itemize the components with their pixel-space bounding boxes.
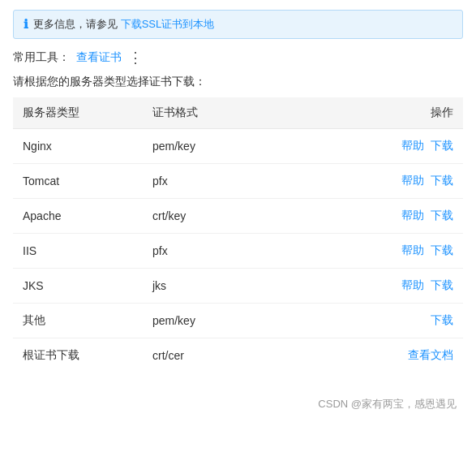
table-row: Apachecrt/key帮助下载 <box>13 199 463 234</box>
cell-cert-format: crt/key <box>143 199 289 234</box>
cell-cert-format: jks <box>143 269 289 304</box>
cell-action: 下载 <box>289 304 463 338</box>
table-header-row: 服务器类型 证书格式 操作 <box>13 97 463 129</box>
table-row: JKSjks帮助下载 <box>13 269 463 304</box>
cell-action: 帮助下载 <box>289 234 463 269</box>
header-cert-format: 证书格式 <box>143 97 289 129</box>
cell-action: 查看文档 <box>289 338 463 373</box>
help-link[interactable]: 帮助 <box>401 139 424 153</box>
download-link[interactable]: 下载 <box>431 313 453 328</box>
cell-action: 帮助下载 <box>289 269 463 304</box>
table-row: Tomcatpfx帮助下载 <box>13 164 463 199</box>
instruction-text: 请根据您的服务器类型选择证书下载： <box>13 75 463 89</box>
cell-cert-format: pem/key <box>143 304 289 338</box>
cell-server-type: JKS <box>13 269 143 304</box>
download-link[interactable]: 下载 <box>431 278 453 293</box>
help-link[interactable]: 帮助 <box>401 174 424 188</box>
header-server-type: 服务器类型 <box>13 97 143 129</box>
cell-cert-format: pem/key <box>143 129 289 164</box>
download-link[interactable]: 下载 <box>431 139 453 153</box>
cell-cert-format: pfx <box>143 234 289 269</box>
table-row: 根证书下载crt/cer查看文档 <box>13 338 463 373</box>
info-icon: ℹ <box>24 17 28 32</box>
table-row: IISpfx帮助下载 <box>13 234 463 269</box>
cell-server-type: Nginx <box>13 129 143 164</box>
cert-table: 服务器类型 证书格式 操作 Nginxpem/key帮助下载Tomcatpfx帮… <box>13 97 463 373</box>
cell-cert-format: crt/cer <box>143 338 289 373</box>
cell-cert-format: pfx <box>143 164 289 199</box>
info-bar: ℹ 更多信息，请参见 下载SSL证书到本地 <box>13 10 463 39</box>
cell-server-type: 根证书下载 <box>13 338 143 373</box>
more-options-icon[interactable]: ⋮ <box>128 50 143 65</box>
table-row: 其他pem/key下载 <box>13 304 463 338</box>
footer-text: CSDN @家有两宝，感恩遇见 <box>318 398 457 410</box>
help-link[interactable]: 帮助 <box>401 243 424 258</box>
view-cert-link[interactable]: 查看证书 <box>76 50 122 65</box>
cell-server-type: 其他 <box>13 304 143 338</box>
help-link[interactable]: 帮助 <box>401 278 424 293</box>
cell-server-type: IIS <box>13 234 143 269</box>
info-text: 更多信息，请参见 <box>33 17 118 32</box>
download-link[interactable]: 下载 <box>431 209 453 223</box>
header-action: 操作 <box>289 97 463 129</box>
doc-link[interactable]: 查看文档 <box>408 348 453 363</box>
cell-server-type: Apache <box>13 199 143 234</box>
cell-action: 帮助下载 <box>289 129 463 164</box>
footer: CSDN @家有两宝，感恩遇见 <box>13 397 463 412</box>
tools-row: 常用工具： 查看证书 ⋮ <box>13 50 463 65</box>
table-row: Nginxpem/key帮助下载 <box>13 129 463 164</box>
ssl-download-link[interactable]: 下载SSL证书到本地 <box>121 17 215 32</box>
help-link[interactable]: 帮助 <box>401 209 424 223</box>
download-link[interactable]: 下载 <box>431 243 453 258</box>
cell-action: 帮助下载 <box>289 199 463 234</box>
cell-action: 帮助下载 <box>289 164 463 199</box>
tools-label: 常用工具： <box>13 50 70 65</box>
cell-server-type: Tomcat <box>13 164 143 199</box>
download-link[interactable]: 下载 <box>431 174 453 188</box>
